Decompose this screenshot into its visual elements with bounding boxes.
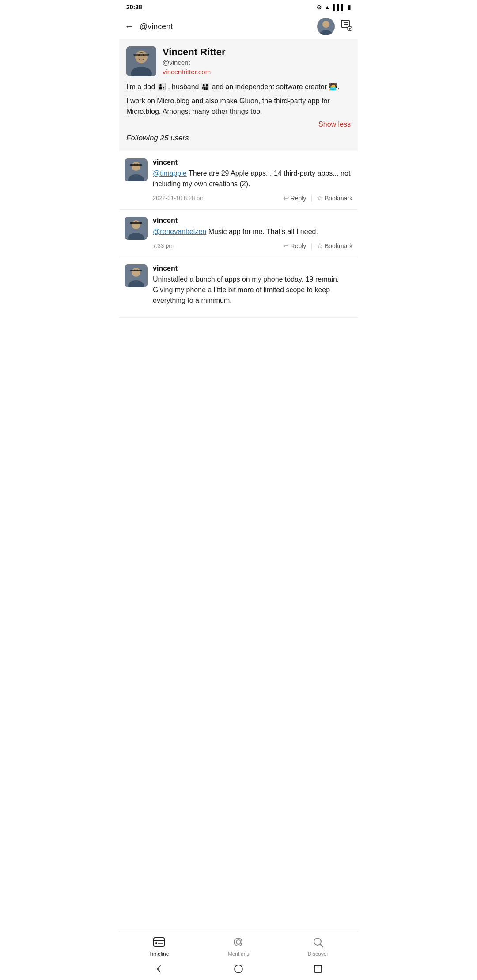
svg-rect-36	[314, 965, 322, 972]
separator: |	[310, 242, 312, 249]
profile-bio-2: I work on Micro.blog and also make Gluon…	[126, 96, 351, 117]
reply-icon: ↩	[283, 194, 289, 202]
reply-icon: ↩	[283, 241, 289, 250]
post-avatar[interactable]	[125, 158, 148, 181]
android-recents-button[interactable]	[311, 962, 325, 976]
nav-timeline[interactable]: Timeline	[146, 936, 172, 957]
post-mention[interactable]: @timapple	[153, 170, 187, 177]
profile-bio-1: I'm a dad 👨‍👦 , husband 👨‍👩‍👧‍👦 and an i…	[126, 82, 351, 92]
reply-label: Reply	[291, 242, 307, 249]
top-bar: ← @vincent	[119, 14, 358, 39]
android-home-button[interactable]	[232, 962, 245, 976]
profile-section: Vincent Ritter @vincent vincentritter.co…	[119, 39, 358, 151]
bookmark-label: Bookmark	[325, 242, 352, 249]
android-nav	[119, 960, 358, 980]
mentions-icon	[232, 936, 245, 950]
discover-label: Discover	[308, 951, 329, 957]
following-count: Following 25 users	[126, 128, 351, 144]
post-text: Uninstalled a bunch of apps on my phone …	[153, 274, 352, 306]
nav-discover[interactable]: Discover	[305, 936, 331, 957]
svg-point-1	[322, 21, 329, 28]
post-actions: 7:33 pm ↩ Reply | ☆ Bookmark	[153, 241, 352, 250]
show-less-button[interactable]: Show less	[126, 121, 351, 128]
separator: |	[310, 195, 312, 202]
bookmark-button[interactable]: ☆ Bookmark	[317, 241, 352, 250]
bookmark-icon: ☆	[317, 241, 323, 250]
svg-rect-23	[130, 222, 142, 224]
main-content: Vincent Ritter @vincent vincentritter.co…	[119, 39, 358, 353]
post-text: @renevanbelzen Music app for me. That's …	[153, 226, 352, 237]
svg-point-32	[236, 940, 241, 944]
post-content: vincent Uninstalled a bunch of apps on m…	[153, 264, 352, 310]
app-nav: Timeline Mentions Discover	[119, 931, 358, 960]
svg-rect-27	[130, 270, 142, 271]
svg-rect-14	[126, 46, 156, 76]
mentions-label: Mentions	[228, 951, 250, 957]
nav-mentions[interactable]: Mentions	[225, 936, 252, 957]
status-icons: ⊙ ▲ ▌▌▌ ▮	[317, 4, 351, 11]
profile-info: Vincent Ritter @vincent vincentritter.co…	[163, 46, 351, 76]
post-text: @timapple There are 29 Apple apps... 14 …	[153, 168, 352, 189]
svg-point-30	[155, 942, 157, 944]
back-button[interactable]: ←	[125, 22, 134, 31]
svg-point-35	[235, 965, 242, 973]
signal-icon: ▌▌▌	[333, 4, 345, 11]
post-timestamp: 2022-01-10 8:28 pm	[153, 195, 279, 201]
compose-button[interactable]	[340, 19, 352, 34]
timeline-label: Timeline	[149, 951, 169, 957]
status-bar: 20:38 ⊙ ▲ ▌▌▌ ▮	[119, 0, 358, 14]
profile-header: Vincent Ritter @vincent vincentritter.co…	[126, 46, 351, 76]
post-mention[interactable]: @renevanbelzen	[153, 228, 206, 235]
post-username: vincent	[153, 158, 352, 166]
bookmark-label: Bookmark	[325, 195, 352, 202]
profile-handle: @vincent	[163, 59, 351, 66]
page-title: @vincent	[140, 22, 312, 31]
timeline-icon	[153, 936, 165, 950]
post-item: vincent @renevanbelzen Music app for me.…	[119, 210, 358, 257]
bookmark-icon: ☆	[317, 194, 323, 202]
profile-avatar-top[interactable]	[317, 18, 335, 35]
profile-name: Vincent Ritter	[163, 46, 351, 58]
discover-icon	[312, 936, 324, 950]
reply-button[interactable]: ↩ Reply	[283, 194, 307, 202]
posts-feed: vincent @timapple There are 29 Apple app…	[119, 151, 358, 318]
svg-rect-15	[133, 54, 149, 56]
profile-avatar[interactable]	[126, 46, 156, 76]
svg-rect-19	[130, 164, 142, 166]
reply-button[interactable]: ↩ Reply	[283, 241, 307, 250]
svg-rect-28	[154, 938, 164, 946]
android-back-button[interactable]	[152, 962, 166, 976]
reply-label: Reply	[291, 195, 307, 202]
svg-line-34	[320, 944, 323, 947]
post-timestamp: 7:33 pm	[153, 242, 279, 249]
battery-icon: ▮	[348, 4, 351, 11]
wifi-icon: ▲	[324, 4, 330, 11]
location-icon: ⊙	[317, 4, 322, 11]
post-username: vincent	[153, 217, 352, 225]
bookmark-button[interactable]: ☆ Bookmark	[317, 194, 352, 202]
post-avatar[interactable]	[125, 264, 148, 287]
post-item: vincent Uninstalled a bunch of apps on m…	[119, 257, 358, 318]
post-actions: 2022-01-10 8:28 pm ↩ Reply | ☆ Bookmark	[153, 194, 352, 202]
post-content: vincent @renevanbelzen Music app for me.…	[153, 217, 352, 250]
post-content: vincent @timapple There are 29 Apple app…	[153, 158, 352, 202]
post-item: vincent @timapple There are 29 Apple app…	[119, 151, 358, 210]
status-time: 20:38	[126, 4, 142, 11]
post-avatar[interactable]	[125, 217, 148, 240]
profile-website[interactable]: vincentritter.com	[163, 68, 211, 75]
post-username: vincent	[153, 264, 352, 272]
bottom-combined: Timeline Mentions Discover	[119, 931, 358, 980]
